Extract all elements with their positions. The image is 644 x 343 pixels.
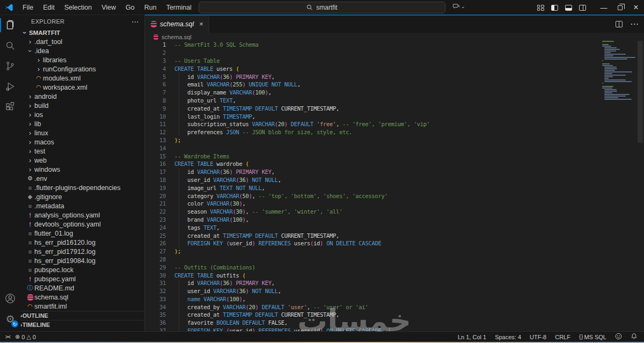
tree-item[interactable]: ›linux: [20, 128, 144, 137]
code-line[interactable]: 16CREATE TABLE wardrobe (: [145, 160, 636, 168]
code-line[interactable]: 29-- Outfits (Combinations): [145, 263, 636, 271]
tree-item[interactable]: ›libraries: [20, 55, 144, 64]
scrollbar-thumb[interactable]: [638, 41, 643, 143]
vscode-logo-icon[interactable]: [5, 3, 13, 12]
menu-run[interactable]: Run: [140, 0, 162, 15]
tree-item[interactable]: ≡hs_err_pid19084.log: [20, 256, 144, 265]
minimap[interactable]: [602, 41, 636, 331]
tree-item[interactable]: ›build: [20, 101, 144, 110]
tree-item[interactable]: ›ios: [20, 110, 144, 119]
code-line[interactable]: 25 created_at TIMESTAMP DEFAULT CURRENT_…: [145, 231, 636, 239]
account-icon[interactable]: [0, 288, 20, 309]
code-line[interactable]: 28: [145, 256, 636, 264]
tree-item[interactable]: ›web: [20, 156, 144, 165]
code-line[interactable]: 12 preferences JSON -- JSON blob for siz…: [145, 128, 636, 136]
code-line[interactable]: 6 email VARCHAR(255) UNIQUE NOT NULL,: [145, 81, 636, 89]
tree-item[interactable]: ›.idea: [20, 46, 144, 55]
explorer-icon[interactable]: [0, 15, 20, 35]
tree-item[interactable]: ◠modules.xml: [20, 74, 144, 83]
section-outline[interactable]: ›OUTLINE: [20, 311, 144, 320]
code-line[interactable]: 34 created_by VARCHAR(20) DEFAULT 'user'…: [145, 303, 636, 311]
code-line[interactable]: 33 name VARCHAR(100),: [145, 295, 636, 303]
code-line[interactable]: 24 tags TEXT,: [145, 223, 636, 231]
tree-item[interactable]: ›lib: [20, 119, 144, 128]
code-line[interactable]: 35 created_at TIMESTAMP DEFAULT CURRENT_…: [145, 311, 636, 319]
run-debug-icon[interactable]: [0, 76, 20, 97]
tree-item[interactable]: ⚙.env: [20, 174, 144, 183]
code-line[interactable]: 3-- Users Table: [145, 57, 636, 65]
encoding-setting[interactable]: UTF-8: [530, 334, 546, 340]
tree-item[interactable]: ›test: [20, 147, 144, 156]
eol-setting[interactable]: CRLF: [555, 334, 570, 340]
extensions-icon[interactable]: [0, 97, 20, 117]
tree-item[interactable]: ◆.gitignore: [20, 192, 144, 201]
copilot-button[interactable]: ⌄: [452, 3, 465, 10]
tree-item[interactable]: !pubspec.yaml: [20, 274, 144, 283]
tree-item[interactable]: ≡flutter_01.log: [20, 229, 144, 238]
menu-terminal[interactable]: Terminal: [162, 0, 196, 15]
code-line[interactable]: 32 user_id VARCHAR(36) NOT NULL,: [145, 287, 636, 295]
language-mode[interactable]: { } MS SQL: [579, 334, 606, 340]
tree-item[interactable]: ›macos: [20, 137, 144, 147]
problems-indicator[interactable]: ⊗ 0 △ 0: [15, 333, 36, 340]
tree-item[interactable]: ≡hs_err_pid16120.log: [20, 238, 144, 247]
tree-item[interactable]: ›.dart_tool: [20, 37, 144, 46]
code-line[interactable]: 27);: [145, 247, 636, 256]
tree-item[interactable]: ›android: [20, 92, 144, 101]
tree-item[interactable]: !analysis_options.yaml: [20, 210, 144, 220]
code-line[interactable]: 37 FOREIGN KEY (user_id) REFERENCES user…: [145, 327, 636, 331]
menu-selection[interactable]: Selection: [60, 0, 97, 15]
breadcrumb[interactable]: schema.sql: [145, 33, 644, 41]
code-line[interactable]: 23 brand VARCHAR(100),: [145, 216, 636, 224]
code-line[interactable]: 14: [145, 144, 636, 152]
code-line[interactable]: 5 id VARCHAR(36) PRIMARY KEY,: [145, 72, 636, 81]
tree-root[interactable]: › SMARTFIT: [20, 28, 144, 37]
tree-item[interactable]: ◠smartfit.iml: [20, 302, 144, 311]
tree-item[interactable]: ›windows: [20, 165, 144, 174]
code-line[interactable]: 13);: [145, 136, 636, 144]
tree-item[interactable]: schema.sql: [20, 293, 144, 302]
tree-item[interactable]: ≡hs_err_pid17912.log: [20, 247, 144, 256]
code-line[interactable]: 17 id VARCHAR(36) PRIMARY KEY,: [145, 168, 636, 176]
code-line[interactable]: 22 season VARCHAR(30), -- 'summer', 'win…: [145, 208, 636, 216]
tab-schema-sql[interactable]: schema.sql ×: [145, 15, 209, 33]
editor-more-actions-icon[interactable]: ⋯: [630, 19, 639, 29]
toggle-panel-icon[interactable]: [565, 5, 572, 11]
source-control-icon[interactable]: [0, 56, 20, 76]
code-line[interactable]: 26 FOREIGN KEY (user_id) REFERENCES user…: [145, 239, 636, 247]
code-line[interactable]: 20 category VARCHAR(50), -- 'top', 'bott…: [145, 192, 636, 200]
minimize-button[interactable]: —: [596, 0, 612, 15]
tree-item[interactable]: ≡.metadata: [20, 201, 144, 210]
code-editor[interactable]: 1-- SmartFit 3.0 SQL Schema23-- Users Ta…: [145, 41, 636, 331]
menu-file[interactable]: File: [18, 0, 38, 15]
cursor-position[interactable]: Ln 1, Col 1: [458, 334, 486, 340]
tree-item[interactable]: ≡pubspec.lock: [20, 265, 144, 274]
toggle-primary-sidebar-icon[interactable]: [551, 5, 558, 11]
code-line[interactable]: 11 subscription_status VARCHAR(20) DEFAU…: [145, 120, 636, 128]
code-line[interactable]: 19 image_url TEXT NOT NULL,: [145, 184, 636, 192]
code-line[interactable]: 9 created_at TIMESTAMP DEFAULT CURRENT_T…: [145, 104, 636, 112]
tree-item[interactable]: ⓘREADME.md: [20, 283, 144, 293]
menu-go[interactable]: Go: [121, 0, 140, 15]
close-tab-icon[interactable]: ×: [199, 20, 203, 28]
restore-button[interactable]: [612, 0, 628, 15]
code-line[interactable]: 7 display_name VARCHAR(100),: [145, 89, 636, 97]
settings-gear-icon[interactable]: ⚙ ↻: [0, 309, 20, 329]
code-line[interactable]: 36 favorite BOOLEAN DEFAULT FALSE,: [145, 319, 636, 327]
code-line[interactable]: 4CREATE TABLE users (: [145, 64, 636, 72]
customize-layout-icon[interactable]: [537, 5, 544, 11]
tree-item[interactable]: !devtools_options.yaml: [20, 220, 144, 229]
code-line[interactable]: 21 color VARCHAR(30),: [145, 200, 636, 208]
tree-item[interactable]: ≡.flutter-plugins-dependencies: [20, 183, 144, 192]
code-line[interactable]: 1-- SmartFit 3.0 SQL Schema: [145, 41, 636, 49]
explorer-more-actions-icon[interactable]: ⋯: [131, 17, 139, 26]
vertical-scrollbar[interactable]: [636, 41, 644, 331]
menu-edit[interactable]: Edit: [38, 0, 60, 15]
toggle-secondary-sidebar-icon[interactable]: [579, 5, 586, 11]
tree-item[interactable]: ›runConfigurations: [20, 64, 144, 74]
code-line[interactable]: 18 user_id VARCHAR(36) NOT NULL,: [145, 176, 636, 184]
feedback-smiley-icon[interactable]: [615, 333, 622, 341]
search-view-icon[interactable]: [0, 35, 20, 56]
code-line[interactable]: 2: [145, 49, 636, 57]
command-center-search[interactable]: smartfit: [199, 2, 445, 13]
